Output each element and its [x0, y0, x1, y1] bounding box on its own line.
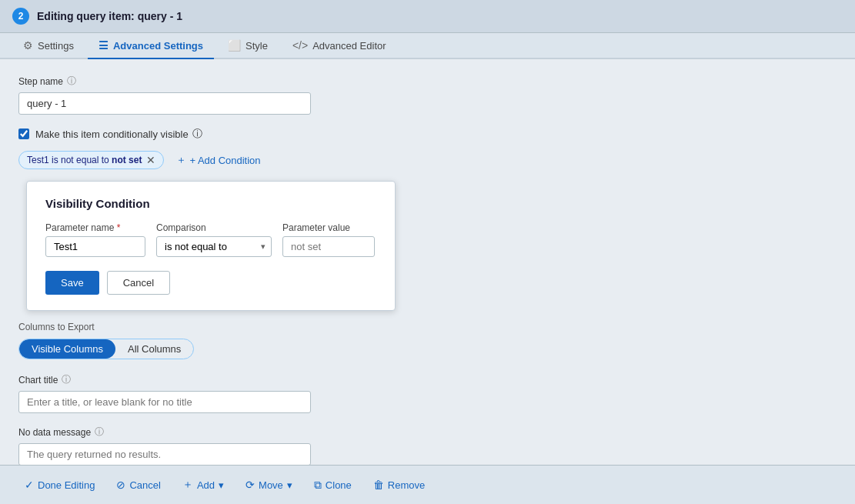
popup-fields: Parameter name * Comparison is not equal…: [45, 222, 376, 257]
tab-advanced-editor[interactable]: </> Advanced Editor: [282, 33, 397, 59]
no-data-message-group: No data message ⓘ: [18, 426, 837, 465]
param-name-label: Parameter name *: [45, 222, 145, 233]
add-button[interactable]: ＋ Add ▾: [173, 473, 233, 496]
param-value-group: Parameter value: [282, 222, 375, 257]
step-name-label: Step name ⓘ: [18, 75, 837, 88]
add-icon: ＋: [182, 478, 193, 492]
chart-title-group: Chart title ⓘ: [18, 373, 837, 413]
clone-button[interactable]: ⧉ Clone: [305, 474, 361, 496]
columns-export-section: Columns to Export Visible Columns All Co…: [18, 322, 837, 359]
clone-icon: ⧉: [314, 479, 322, 492]
remove-button[interactable]: 🗑 Remove: [364, 474, 434, 496]
tab-style[interactable]: ⬜ Style: [217, 33, 279, 59]
add-chevron-icon: ▾: [219, 479, 224, 491]
condition-close-btn[interactable]: ✕: [146, 155, 155, 165]
popup-save-button[interactable]: Save: [45, 271, 99, 295]
popup-title: Visibility Condition: [45, 197, 376, 210]
chart-title-input[interactable]: [18, 391, 311, 413]
chart-title-info-icon[interactable]: ⓘ: [62, 373, 71, 386]
no-data-message-input[interactable]: [18, 443, 311, 465]
remove-icon: 🗑: [373, 479, 384, 491]
add-condition-button[interactable]: ＋ + Add Condition: [170, 150, 266, 170]
advanced-settings-icon: ☰: [99, 39, 109, 52]
step-name-group: Step name ⓘ: [18, 75, 837, 115]
conditional-visibility-info-icon[interactable]: ⓘ: [192, 127, 202, 141]
comparison-group: Comparison is not equal to is equal to c…: [156, 222, 272, 257]
move-button[interactable]: ⟳ Move ▾: [236, 474, 302, 496]
main-content: Step name ⓘ Make this item conditionally…: [0, 59, 855, 465]
tab-bar: ⚙ Settings ☰ Advanced Settings ⬜ Style <…: [0, 33, 855, 59]
visibility-popup: Visibility Condition Parameter name * Co…: [26, 181, 396, 311]
header-bar: 2 Editing query item: query - 1: [0, 0, 855, 33]
step-name-input[interactable]: [18, 92, 311, 115]
header-title: Editing query item: query - 1: [37, 10, 182, 22]
done-icon: ✓: [25, 479, 34, 491]
param-value-label: Parameter value: [282, 222, 375, 233]
no-data-message-label: No data message ⓘ: [18, 426, 837, 439]
chart-title-label: Chart title ⓘ: [18, 373, 837, 386]
move-chevron-icon: ▾: [287, 479, 292, 491]
cancel-icon: ⊘: [116, 479, 125, 491]
conditional-visibility-checkbox[interactable]: [18, 129, 29, 139]
done-editing-button[interactable]: ✓ Done Editing: [15, 474, 104, 496]
advanced-editor-icon: </>: [292, 39, 308, 52]
tab-advanced-settings[interactable]: ☰ Advanced Settings: [88, 33, 214, 59]
comparison-label: Comparison: [156, 222, 272, 233]
all-columns-btn[interactable]: All Columns: [115, 339, 193, 359]
style-icon: ⬜: [228, 39, 241, 52]
step-name-info-icon[interactable]: ⓘ: [67, 75, 76, 88]
condition-tag[interactable]: Test1 is not equal to not set ✕: [18, 151, 164, 169]
no-data-info-icon[interactable]: ⓘ: [95, 426, 104, 439]
condition-text: Test1 is not equal to not set: [27, 155, 142, 165]
columns-toggle-group: Visible Columns All Columns: [18, 339, 194, 359]
add-icon: ＋: [176, 153, 186, 167]
columns-export-label: Columns to Export: [18, 322, 837, 332]
popup-buttons: Save Cancel: [45, 271, 376, 295]
step-badge: 2: [12, 8, 29, 25]
cancel-button[interactable]: ⊘ Cancel: [107, 474, 169, 496]
condition-row: Test1 is not equal to not set ✕ ＋ + Add …: [18, 150, 837, 170]
conditional-visibility-label: Make this item conditionally visible ⓘ: [35, 127, 202, 141]
move-icon: ⟳: [245, 479, 255, 491]
param-value-input[interactable]: [282, 236, 375, 257]
param-name-group: Parameter name *: [45, 222, 145, 257]
bottom-toolbar: ✓ Done Editing ⊘ Cancel ＋ Add ▾ ⟳ Move ▾…: [0, 465, 855, 504]
param-name-input[interactable]: [45, 236, 145, 257]
settings-icon: ⚙: [23, 39, 33, 52]
popup-cancel-button[interactable]: Cancel: [107, 271, 170, 295]
tab-settings[interactable]: ⚙ Settings: [12, 33, 85, 59]
comparison-select[interactable]: is not equal to is equal to contains doe…: [156, 236, 272, 257]
visible-columns-btn[interactable]: Visible Columns: [19, 339, 115, 359]
param-name-required: *: [117, 222, 121, 233]
comparison-select-wrap: is not equal to is equal to contains doe…: [156, 236, 272, 257]
conditional-visibility-row: Make this item conditionally visible ⓘ: [18, 127, 837, 141]
